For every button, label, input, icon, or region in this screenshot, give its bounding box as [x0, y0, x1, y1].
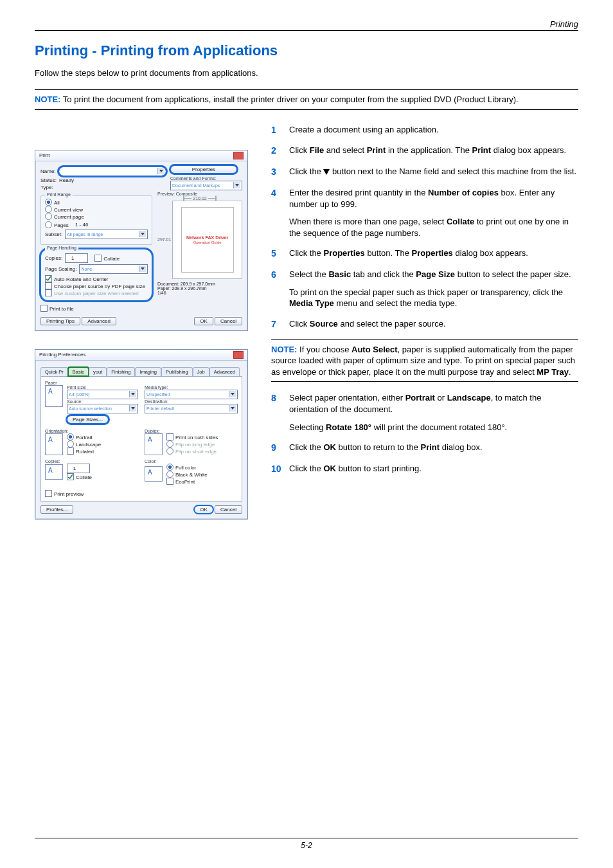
- page-title: Printing - Printing from Applications: [35, 42, 578, 59]
- preview-label: Preview: Composite: [157, 192, 242, 196]
- choose-source-checkbox[interactable]: Choose paper source by PDF page size: [45, 282, 148, 289]
- source-combo[interactable]: Auto source selection: [67, 404, 138, 413]
- media-combo[interactable]: Unspecified: [145, 390, 238, 399]
- printing-tips-button[interactable]: Printing Tips: [40, 317, 80, 325]
- step-body: Create a document using an application.: [289, 124, 578, 136]
- scaling-label: Page Scaling:: [45, 266, 76, 272]
- subset-combo[interactable]: All pages in range: [65, 230, 148, 239]
- status-value: Ready: [59, 177, 74, 183]
- collate-checkbox2[interactable]: Collate: [67, 475, 92, 480]
- step-body: Select paper orientation, either Portrai…: [289, 392, 578, 433]
- portrait-radio[interactable]: Portrait: [67, 433, 101, 440]
- tab-job[interactable]: Job: [193, 367, 209, 376]
- note-box-2: NOTE: If you choose Auto Select, paper i…: [271, 339, 578, 383]
- advanced-button[interactable]: Advanced: [82, 317, 116, 325]
- copies-icon: [45, 464, 63, 480]
- tab-quickprint[interactable]: Quick Pr: [40, 367, 68, 376]
- long-edge-radio[interactable]: Flip on long edge: [166, 440, 218, 448]
- landscape-radio[interactable]: Landscape: [67, 440, 101, 448]
- short-edge-radio[interactable]: Flip on short edge: [166, 448, 218, 455]
- note-box-1: NOTE: To print the document from applica…: [35, 89, 578, 110]
- print-dialog: Print Name: Status:Ready: [35, 150, 248, 331]
- comments-label: Comments and Forms:: [170, 176, 242, 181]
- orientation-title: Orientation:: [45, 429, 138, 433]
- step-body: Click the Properties button. The Propert…: [289, 248, 578, 260]
- range-pages-radio[interactable]: Pages: [45, 221, 69, 228]
- step-number: 3: [271, 166, 289, 178]
- step-body: Click the OK button to start printing.: [289, 463, 578, 475]
- step-number: 5: [271, 248, 289, 260]
- tab-finishing[interactable]: Finishing: [107, 367, 135, 376]
- custom-size-checkbox[interactable]: Use custom paper size when needed: [45, 289, 148, 296]
- print-to-file-checkbox[interactable]: Print to file: [40, 305, 152, 312]
- scaling-combo[interactable]: None: [79, 264, 148, 274]
- copies-label: Copies:: [45, 255, 62, 261]
- note-label: NOTE:: [35, 95, 60, 104]
- ecoprint-checkbox[interactable]: EcoPrint: [166, 478, 208, 485]
- collate-checkbox[interactable]: Collate: [94, 255, 120, 262]
- tab-publishing[interactable]: Publishing: [161, 367, 193, 376]
- step-number: 1: [271, 124, 289, 136]
- page-handling-group: Page Handling Copies: Collate Page Scali…: [40, 249, 152, 301]
- tab-layout[interactable]: yout: [89, 367, 107, 376]
- dlg2-title: Printing Preferences: [39, 352, 85, 357]
- cancel-button[interactable]: Cancel: [215, 317, 242, 325]
- page-icon: [45, 385, 63, 407]
- note-text: To print the document from applications,…: [63, 95, 519, 104]
- step-number: 7: [271, 318, 289, 330]
- profiles-button[interactable]: Profiles...: [40, 505, 73, 514]
- step-number: 4: [271, 187, 289, 239]
- chevron-down-icon[interactable]: [157, 168, 164, 174]
- note-text-2: If you choose Auto Select, paper is supp…: [271, 345, 575, 377]
- intro-text: Follow the steps below to print document…: [35, 68, 578, 78]
- print-size-combo[interactable]: A4 [100%]: [67, 390, 138, 399]
- step-body: Select the Basic tab and click the Page …: [289, 269, 578, 309]
- paper-size: Paper: 209.9 x 296.7mm: [157, 286, 242, 291]
- copies-spinner2[interactable]: [67, 464, 90, 473]
- step-body: Click the OK button to return to the Pri…: [289, 442, 578, 454]
- print-range-group: Print Range All Current view Current pag…: [40, 195, 152, 245]
- properties-button[interactable]: Properties: [170, 165, 237, 174]
- dlg1-title: Print: [39, 152, 49, 158]
- page-footer: 5-2: [35, 838, 578, 850]
- both-sides-checkbox[interactable]: Print on both sides: [166, 433, 218, 440]
- ok-button[interactable]: OK: [194, 317, 213, 325]
- steps-column: 1Create a document using an application.…: [271, 124, 578, 484]
- cancel-button-2[interactable]: Cancel: [215, 505, 242, 514]
- tab-basic[interactable]: Basic: [68, 367, 89, 376]
- bw-radio[interactable]: Black & White: [166, 471, 208, 478]
- doc-size: Document: 209.9 x 297.0mm: [157, 282, 242, 286]
- range-currentpage-radio[interactable]: Current page: [45, 213, 148, 220]
- source-label: Source:: [67, 399, 138, 404]
- dest-combo[interactable]: Printer default: [145, 404, 238, 413]
- screenshots-column: Print Name: Status:Ready: [35, 124, 253, 520]
- fullcolor-radio[interactable]: Full color: [166, 464, 208, 471]
- step-body: Click the button next to the Name field …: [289, 166, 578, 178]
- autorotate-checkbox[interactable]: Auto-Rotate and Center: [45, 275, 148, 282]
- tab-imaging[interactable]: Imaging: [135, 367, 161, 376]
- subset-label: Subset:: [45, 231, 62, 237]
- copies-spinner[interactable]: [65, 253, 88, 263]
- color-title: Color:: [145, 459, 238, 464]
- range-currentview-radio[interactable]: Current view: [45, 206, 148, 213]
- tab-advanced[interactable]: Advanced: [209, 367, 240, 376]
- close-icon[interactable]: [233, 152, 244, 159]
- duplex-title: Duplex:: [145, 429, 238, 433]
- page-sizes-button[interactable]: Page Sizes...: [67, 415, 109, 424]
- step-body: Enter the desired print quantity in the …: [289, 187, 578, 239]
- comments-combo[interactable]: Document and Markups: [170, 181, 242, 190]
- ok-button-2[interactable]: OK: [194, 505, 213, 514]
- type-label: Type:: [40, 185, 53, 190]
- printer-name-combo[interactable]: [58, 167, 166, 176]
- copies-title: Copies:: [45, 459, 138, 464]
- range-all-radio[interactable]: All: [45, 199, 148, 206]
- step-number: 2: [271, 145, 289, 157]
- dest-label: Destination:: [145, 399, 238, 404]
- print-size-label: Print size:: [67, 385, 138, 390]
- close-icon[interactable]: [233, 351, 244, 359]
- duplex-icon: [145, 433, 163, 455]
- name-label: Name:: [40, 168, 56, 174]
- step-body: Click File and select Print in the appli…: [289, 145, 578, 157]
- rotated-checkbox[interactable]: Rotated: [67, 448, 101, 455]
- print-preview-checkbox[interactable]: Print preview: [45, 490, 238, 497]
